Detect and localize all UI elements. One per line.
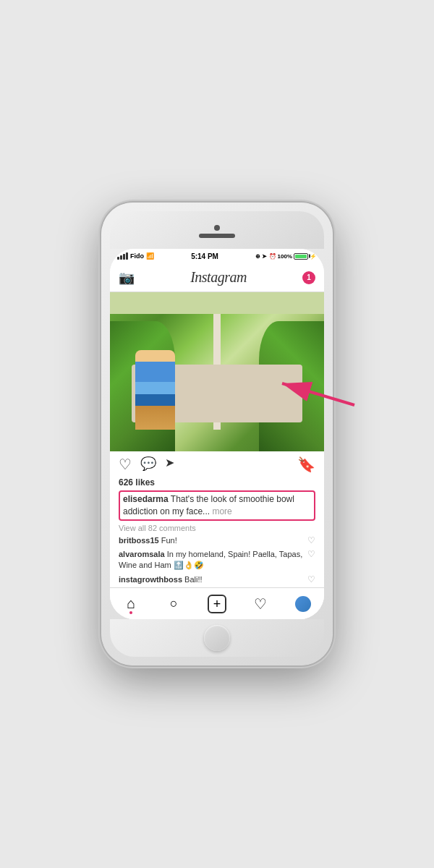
lightning-icon: ⚡ — [310, 253, 317, 260]
phone-bottom-bezel — [110, 619, 324, 657]
comment-2-text: alvaromsala In my homeland, Spain! Paell… — [119, 549, 307, 571]
instagram-header: 📷 Instagram 1 — [110, 263, 324, 292]
comment-3-username[interactable]: instagrowthboss — [119, 575, 182, 584]
home-active-dot — [129, 611, 132, 614]
view-all-comments[interactable]: View all 82 comments — [119, 524, 315, 532]
post-actions-left: ♡ 💬 ➤ — [119, 456, 174, 473]
nav-profile[interactable] — [294, 595, 312, 613]
scene-sky — [110, 292, 324, 314]
comment-3-heart[interactable]: ♡ — [307, 574, 315, 584]
comment-3-content: Bali!! — [184, 575, 202, 584]
add-icon: + — [213, 597, 221, 610]
comment-2-username[interactable]: alvaromsala — [119, 550, 165, 558]
status-right: ⊕ ➤ ⏰ 100% ⚡ — [255, 253, 317, 260]
comment-3-text: instagrowthboss Bali!! — [119, 574, 307, 585]
camera-icon[interactable]: 📷 — [119, 270, 135, 286]
signal-bars — [117, 252, 128, 260]
home-icon: ⌂ — [127, 595, 135, 612]
post-content: 626 likes elisedarma That's the look of … — [110, 477, 324, 587]
comment-row: britboss15 Fun! ♡ — [119, 535, 315, 546]
status-left: Fido 📶 — [117, 252, 154, 260]
signal-bar-2 — [120, 255, 122, 260]
comment-1-heart[interactable]: ♡ — [307, 535, 315, 545]
signal-bar-1 — [117, 257, 119, 260]
status-time: 5:14 PM — [191, 252, 218, 260]
likes-count: 626 likes — [119, 477, 315, 488]
nav-heart[interactable]: ♡ — [252, 595, 269, 613]
comment-icon[interactable]: 💬 — [140, 456, 156, 473]
post-image — [110, 292, 324, 451]
instagram-logo: Instagram — [190, 269, 247, 286]
heart-icon: ♡ — [254, 595, 267, 613]
comment-1-content: Fun! — [161, 536, 177, 545]
location-icon: ⊕ ➤ ⏰ — [255, 253, 276, 260]
nav-search[interactable]: ○ — [165, 595, 182, 613]
status-bar: Fido 📶 5:14 PM ⊕ ➤ ⏰ 100% ⚡ — [110, 249, 324, 263]
caption-username[interactable]: elisedarma — [123, 494, 169, 504]
home-button[interactable] — [204, 625, 230, 651]
comment-row: alvaromsala In my homeland, Spain! Paell… — [119, 549, 315, 571]
battery-bar — [294, 253, 308, 260]
notification-badge[interactable]: 1 — [302, 271, 315, 284]
comment-1-username[interactable]: britboss15 — [119, 536, 159, 545]
nav-home[interactable]: ⌂ — [122, 595, 140, 613]
phone-frame: Fido 📶 5:14 PM ⊕ ➤ ⏰ 100% ⚡ 📷 Instagram … — [101, 203, 333, 665]
like-icon[interactable]: ♡ — [119, 456, 132, 473]
scene-person — [135, 350, 175, 430]
comment-2-heart[interactable]: ♡ — [307, 549, 315, 559]
caption-more-link[interactable]: more — [212, 506, 231, 516]
phone-screen: Fido 📶 5:14 PM ⊕ ➤ ⏰ 100% ⚡ 📷 Instagram … — [110, 249, 324, 619]
phone-top-bezel — [110, 211, 324, 249]
signal-bar-3 — [123, 254, 125, 260]
profile-avatar — [295, 596, 311, 612]
search-icon: ○ — [170, 596, 178, 611]
battery-fill — [295, 255, 307, 258]
bookmark-icon[interactable]: 🔖 — [297, 456, 315, 473]
battery-percent: 100% — [278, 253, 292, 260]
caption-block: elisedarma That's the look of smoothie b… — [119, 490, 315, 521]
bottom-nav: ⌂ ○ + ♡ — [110, 587, 324, 619]
comment-1-text: britboss15 Fun! — [119, 535, 307, 546]
app-screen: Fido 📶 5:14 PM ⊕ ➤ ⏰ 100% ⚡ 📷 Instagram … — [110, 249, 324, 619]
phone-speaker — [199, 234, 235, 238]
post-actions: ♡ 💬 ➤ 🔖 — [110, 451, 324, 477]
wifi-icon: 📶 — [146, 252, 154, 260]
nav-add[interactable]: + — [208, 595, 226, 613]
signal-bar-4 — [126, 252, 128, 260]
phone-camera — [214, 225, 220, 231]
share-icon[interactable]: ➤ — [165, 456, 174, 473]
comment-row: instagrowthboss Bali!! ♡ — [119, 574, 315, 585]
carrier-label: Fido — [130, 252, 144, 260]
